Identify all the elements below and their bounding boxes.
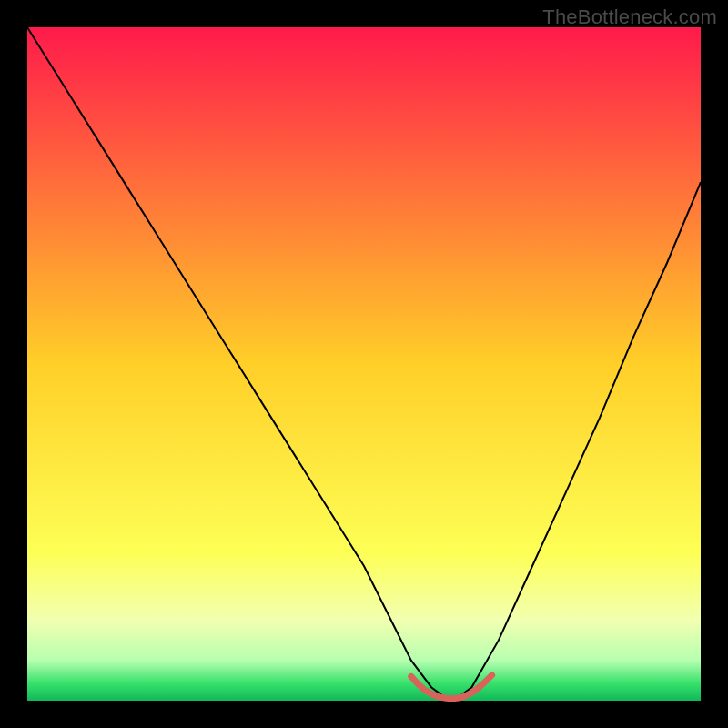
bottleneck-chart bbox=[0, 0, 728, 728]
plot-background bbox=[27, 27, 701, 701]
chart-container: TheBottleneck.com bbox=[0, 0, 728, 728]
watermark-text: TheBottleneck.com bbox=[542, 5, 717, 29]
